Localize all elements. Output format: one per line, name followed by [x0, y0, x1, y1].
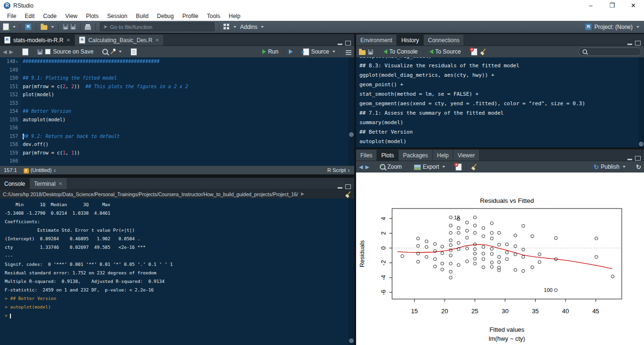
open-file-icon[interactable] [41, 25, 47, 30]
minimize-pane-icon[interactable] [627, 156, 632, 160]
menu-plots[interactable]: Plots [82, 13, 103, 19]
restore-button[interactable]: ❐ [601, 0, 623, 11]
new-file-icon[interactable] [3, 23, 9, 30]
minimize-pane-icon[interactable] [338, 185, 342, 189]
remove-entries-icon[interactable] [471, 48, 477, 55]
open-recent-caret-icon[interactable] [51, 26, 54, 28]
clear-console-icon[interactable] [345, 191, 351, 198]
maximize-pane-icon[interactable] [635, 156, 641, 161]
fold-arrow-icon[interactable]: ▾ [16, 60, 18, 64]
compile-report-icon[interactable] [131, 48, 137, 55]
menu-edit[interactable]: Edit [20, 13, 39, 19]
save-all-icon[interactable] [71, 24, 76, 29]
history-entry[interactable]: autoplot(model) [359, 137, 638, 146]
code-tools-caret-icon[interactable] [119, 51, 122, 53]
load-history-icon[interactable] [359, 50, 366, 55]
close-button[interactable]: ✕ [623, 0, 644, 11]
addins-button[interactable]: Addins [239, 24, 265, 30]
save-icon[interactable] [63, 24, 68, 29]
menu-help[interactable]: Help [224, 13, 245, 19]
console-output[interactable]: Min 1Q Median 3Q Max -5.3408 -1.2790 0.0… [0, 199, 349, 345]
tab-environment[interactable]: Environment [356, 35, 397, 45]
workspace-panes-icon[interactable] [224, 24, 230, 30]
console-scroll-thumb[interactable] [349, 338, 354, 343]
find-replace-icon[interactable] [102, 49, 108, 54]
console-scrollbar[interactable] [349, 199, 354, 345]
history-entry[interactable]: geom_point() + [359, 80, 638, 90]
maximize-pane-icon[interactable] [345, 184, 351, 189]
next-plot-icon[interactable]: ▶ [365, 164, 369, 170]
maximize-pane-icon[interactable] [345, 41, 351, 45]
new-file-caret-icon[interactable] [13, 26, 16, 28]
tab-packages[interactable]: Packages [399, 150, 433, 161]
tab-terminal[interactable]: Terminal✕ [30, 178, 67, 189]
menu-file[interactable]: File [3, 13, 20, 19]
previous-plot-icon[interactable]: ◀ [359, 164, 363, 170]
rerun-icon[interactable] [289, 49, 293, 54]
menu-build[interactable]: Build [132, 13, 153, 19]
menu-session[interactable]: Session [103, 13, 132, 19]
minimize-button[interactable]: – [580, 0, 601, 11]
history-entry[interactable]: autoplot(mul_reg_model) [359, 57, 638, 61]
code-tools-icon[interactable] [111, 50, 115, 54]
menu-tools[interactable]: Tools [203, 13, 224, 19]
goto-directory-icon[interactable]: ➤ [300, 191, 304, 197]
tab-plots[interactable]: Plots [377, 150, 399, 161]
popout-icon[interactable] [22, 48, 28, 55]
print-icon[interactable] [85, 26, 91, 30]
run-button[interactable]: Run [261, 48, 280, 55]
tab-history[interactable]: History [397, 35, 423, 45]
source-on-save-checkbox[interactable] [45, 49, 51, 54]
menu-debug[interactable]: Debug [153, 13, 178, 19]
history-entry[interactable]: stat_smooth(method = lm, se = FALSE) + [359, 90, 638, 99]
code-editor[interactable]: 148▾####################################… [0, 57, 354, 166]
project-menu-button[interactable]: R Project: (None) [585, 23, 641, 30]
history-entry[interactable]: ## 8.3: Visualize the residuals of the f… [359, 61, 638, 71]
save-history-icon[interactable] [368, 49, 373, 54]
minimize-pane-icon[interactable] [627, 41, 632, 45]
to-source-button[interactable]: To Source [428, 48, 462, 55]
tab-files[interactable]: Files [356, 150, 377, 161]
history-scrollbar[interactable] [638, 57, 644, 147]
menu-profile[interactable]: Profile [178, 13, 203, 19]
forward-icon[interactable]: ▶ [9, 49, 13, 55]
refresh-plot-icon[interactable]: ↻ [636, 163, 641, 171]
close-tab-icon[interactable]: ✕ [155, 37, 159, 43]
editor-scroll-thumb[interactable] [349, 132, 354, 137]
clear-history-icon[interactable] [480, 48, 486, 55]
panes-caret-icon[interactable] [233, 26, 236, 28]
export-button[interactable]: Export [412, 163, 447, 170]
history-entry[interactable]: ggplot(model_diag_metrics, aes(cty, hwy)… [359, 71, 638, 80]
tab-viewer[interactable]: Viewer [453, 150, 479, 161]
tab-connections[interactable]: Connections [424, 35, 465, 45]
maximize-pane-icon[interactable] [635, 41, 641, 45]
history-entry[interactable]: geom_segment(aes(xend = cty, yend = .fit… [359, 99, 638, 109]
section-selector[interactable]: #(Untitled)⇕ [24, 167, 56, 173]
doc-type-selector[interactable]: R Script⇕ [327, 167, 350, 173]
close-tab-icon[interactable]: ✕ [66, 37, 70, 43]
editor-scrollbar[interactable] [349, 57, 354, 166]
goto-file-input[interactable]: ➤ Go to file/function [100, 22, 215, 31]
history-list[interactable]: autoplot(mul_reg_model)## 8.3: Visualize… [356, 57, 638, 147]
history-search-input[interactable] [579, 47, 641, 56]
document-outline-icon[interactable] [346, 50, 351, 55]
clear-plots-icon[interactable] [471, 163, 477, 170]
history-entry[interactable]: summary(model) [359, 118, 638, 127]
history-scroll-thumb[interactable] [639, 142, 644, 146]
save-document-icon[interactable] [37, 49, 43, 54]
close-tab-icon[interactable]: ✕ [58, 181, 62, 186]
menu-code[interactable]: Code [39, 13, 61, 19]
menu-view[interactable]: View [61, 13, 82, 19]
back-icon[interactable]: ◀ [3, 49, 7, 55]
zoom-plot-button[interactable]: Zoom [378, 163, 403, 170]
tab-help[interactable]: Help [433, 150, 454, 161]
history-entry[interactable]: ## 7.1: Assess the summary of the fitted… [359, 109, 638, 118]
to-console-button[interactable]: To Console [382, 48, 419, 55]
minimize-pane-icon[interactable] [338, 41, 342, 45]
source-button[interactable]: Source [302, 48, 337, 55]
publish-button[interactable]: ↻ Publish [592, 163, 627, 171]
tab-calculating-basic-des-r[interactable]: Calculating_Basic_Des.R✕ [75, 35, 164, 45]
remove-plot-icon[interactable] [456, 163, 462, 171]
tab-stats-models-in-r-r[interactable]: stats-models-in-R.R✕ [0, 35, 75, 45]
tab-console[interactable]: Console [0, 178, 30, 189]
